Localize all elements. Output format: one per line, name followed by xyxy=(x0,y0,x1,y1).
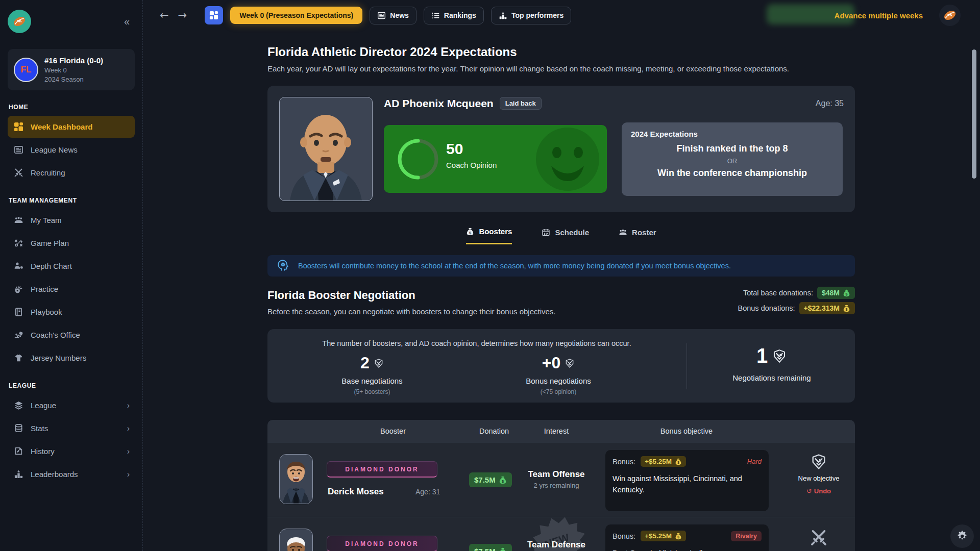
grid-icon xyxy=(14,122,23,132)
sidebar-item-label: Jersey Numbers xyxy=(31,354,86,362)
sidebar-item-week-dashboard[interactable]: Week Dashboard xyxy=(8,116,135,138)
sidebar-item-practice[interactable]: Practice xyxy=(8,278,135,300)
current-week-button[interactable]: Week 0 (Preseason Expectations) xyxy=(230,7,362,24)
app-logo-football-icon[interactable] xyxy=(8,10,31,33)
money-bag-icon: $ xyxy=(675,533,682,540)
svg-text:$: $ xyxy=(846,292,848,296)
forward-icon[interactable]: → xyxy=(174,7,192,23)
handshake-icon xyxy=(374,358,384,368)
team-card[interactable]: FL #16 Florida (0-0) Week 0 2024 Season xyxy=(8,49,135,90)
stat-label: Bonus negotiations xyxy=(507,377,609,385)
sidebar-item-playbook[interactable]: Playbook xyxy=(8,301,135,323)
booster-row-derick-moses[interactable]: DIAMOND DONOR Derick Moses Age: 31 $7.5M… xyxy=(267,443,855,517)
total-donations-value: $48M xyxy=(822,289,840,297)
boosters-info-banner: Boosters will contribute money to the sc… xyxy=(267,255,855,277)
money-bag-icon: $ xyxy=(499,476,507,484)
donation-value: $7.5M xyxy=(474,475,496,484)
rankings-button[interactable]: Rankings xyxy=(424,7,484,24)
jersey-icon xyxy=(14,353,23,363)
sidebar-item-label: Playbook xyxy=(31,308,62,316)
undo-button[interactable]: ↺Undo xyxy=(783,487,854,495)
col-interest: Interest xyxy=(544,427,569,435)
sidebar-item-league[interactable]: League › xyxy=(8,394,135,416)
ad-name: AD Phoenix Mcqueen xyxy=(384,97,494,110)
sidebar-item-recruiting[interactable]: Recruiting xyxy=(8,162,135,184)
book-icon xyxy=(14,307,23,317)
sidebar-item-league-news[interactable]: League News xyxy=(8,139,135,161)
sidebar-item-stats[interactable]: Stats › xyxy=(8,417,135,439)
bonus-objective-box: Bonus: +$5.25M $ Hard Win against Missis… xyxy=(605,450,769,511)
new-objective-button[interactable]: New objective xyxy=(783,474,854,482)
sidebar-item-label: Game Plan xyxy=(31,239,69,247)
section-label-league: LEAGUE xyxy=(9,382,134,389)
scrollbar-thumb[interactable] xyxy=(972,49,976,179)
football-badge[interactable] xyxy=(939,5,961,26)
sidebar-item-history[interactable]: History › xyxy=(8,440,135,462)
sidebar-item-depth-chart[interactable]: Depth Chart xyxy=(8,255,135,277)
database-icon xyxy=(14,423,23,433)
booster-row-2[interactable]: NEW DIAMOND DONOR $7.5M xyxy=(267,517,855,551)
booster-name: Derick Moses xyxy=(328,487,384,497)
sidebar-item-game-plan[interactable]: Game Plan xyxy=(8,232,135,254)
chevron-right-icon: › xyxy=(127,424,130,433)
bonus-donations-label: Bonus donations: xyxy=(738,304,795,312)
sidebar-item-label: My Team xyxy=(31,216,62,224)
ad-avatar xyxy=(279,97,373,201)
team-rank-name: #16 Florida (0-0) xyxy=(44,56,103,65)
divider xyxy=(687,343,687,389)
ad-trait-badge: Laid back xyxy=(500,97,542,110)
newspaper-icon xyxy=(14,145,23,155)
sidebar-item-label: Recruiting xyxy=(31,168,65,177)
interest-label: Team Offense xyxy=(516,469,597,480)
negotiations-summary-card: The number of boosters, and AD coach opi… xyxy=(267,329,855,403)
undo-icon: ↺ xyxy=(806,487,812,495)
crossed-swords-icon xyxy=(14,168,23,178)
tab-roster[interactable]: Roster xyxy=(619,227,656,244)
tab-boosters[interactable]: $ Boosters xyxy=(466,227,512,244)
total-donations-label: Total base donations: xyxy=(743,289,813,297)
opinion-value: 50 xyxy=(446,140,463,158)
handshake-icon xyxy=(772,348,787,364)
settings-button[interactable] xyxy=(950,524,974,548)
page-subtitle: Each year, your AD will lay out expectat… xyxy=(267,64,789,73)
strategy-icon xyxy=(14,238,23,248)
news-button[interactable]: News xyxy=(370,7,416,24)
tab-schedule[interactable]: Schedule xyxy=(542,227,589,244)
booster-table-header: Booster Donation Interest Bonus objectiv… xyxy=(267,420,855,443)
sidebar-collapse-icon[interactable]: « xyxy=(119,14,135,30)
sidebar-item-label: Depth Chart xyxy=(31,262,72,270)
sidebar-item-label: Week Dashboard xyxy=(31,122,92,131)
handshake-icon[interactable] xyxy=(810,453,827,470)
handshake-icon xyxy=(565,358,575,368)
sidebar-item-my-team[interactable]: My Team xyxy=(8,209,135,231)
team-logo: FL xyxy=(14,58,38,82)
sidebar-item-coachs-office[interactable]: Coach's Office xyxy=(8,324,135,346)
booster-avatar xyxy=(279,529,313,551)
sidebar: « FL #16 Florida (0-0) Week 0 2024 Seaso… xyxy=(0,0,143,551)
bonus-objective-box: Bonus: +$5.25M $ Rivalry Beat Georgia (d… xyxy=(605,524,769,551)
gear-icon xyxy=(956,530,968,542)
sidebar-item-label: Leaderboards xyxy=(31,470,78,479)
grid-icon xyxy=(209,11,218,20)
col-booster: Booster xyxy=(380,427,406,435)
negotiation-title: Florida Booster Negotiation xyxy=(267,289,415,302)
thought-head-gear-icon xyxy=(277,259,290,272)
coach-opinion-box: 50 Coach Opinion xyxy=(384,125,607,193)
advance-multiple-weeks-link[interactable]: Advance multiple weeks xyxy=(835,0,923,31)
sidebar-item-jersey-numbers[interactable]: Jersey Numbers xyxy=(8,347,135,369)
tab-label: Roster xyxy=(632,228,656,237)
undo-label: Undo xyxy=(814,487,831,495)
stat-label: Base negotiations xyxy=(321,377,423,385)
back-icon[interactable]: ← xyxy=(155,7,174,23)
interest-sub: 2 yrs remaining xyxy=(516,482,597,489)
news-button-label: News xyxy=(390,11,409,19)
dashboard-grid-button[interactable] xyxy=(205,6,223,24)
negotiations-summary-text: The number of boosters, and AD coach opi… xyxy=(267,339,686,347)
page-title: Florida Athletic Director 2024 Expectati… xyxy=(267,45,517,59)
bonus-label: Bonus: xyxy=(612,458,635,466)
top-performers-button[interactable]: Top performers xyxy=(491,7,571,24)
negotiations-remaining-stat: 1 Negotiations remaining xyxy=(690,344,853,382)
crossed-swords-icon[interactable] xyxy=(810,529,828,547)
bonus-value: +$5.25M xyxy=(645,532,672,540)
sidebar-item-leaderboards[interactable]: Leaderboards › xyxy=(8,463,135,485)
